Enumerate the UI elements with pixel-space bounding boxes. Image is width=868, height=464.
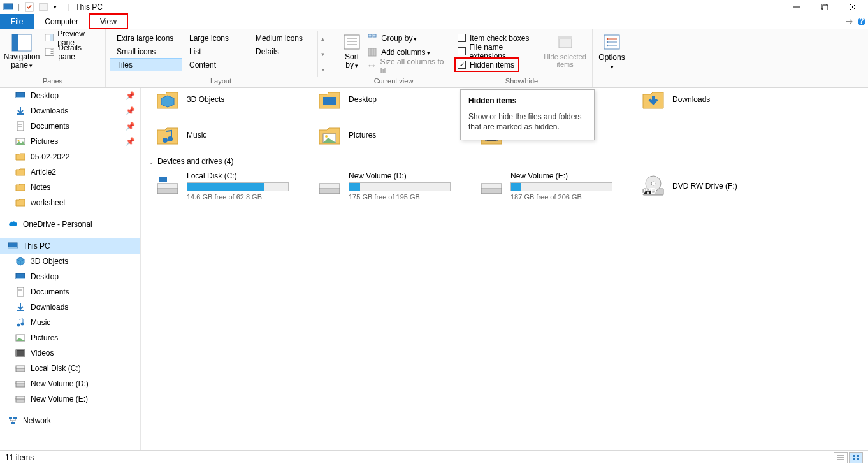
navigation-pane-button[interactable]: Navigation pane bbox=[4, 31, 40, 77]
nav-documents[interactable]: Documents📌 bbox=[0, 119, 140, 134]
navigation-pane[interactable]: Desktop📌 Downloads📌 Documents📌 Pictures📌… bbox=[0, 88, 141, 450]
nav-desktop-2[interactable]: Desktop bbox=[0, 269, 140, 284]
pin-icon: 📌 bbox=[126, 106, 135, 115]
view-details-toggle[interactable] bbox=[834, 452, 848, 463]
maximize-button[interactable] bbox=[811, 0, 839, 14]
svg-rect-64 bbox=[16, 97, 25, 98]
folder-tile-music[interactable]: Music bbox=[143, 117, 305, 153]
svg-rect-81 bbox=[16, 350, 25, 356]
system-icon[interactable] bbox=[3, 2, 13, 12]
ribbon-group-options: Options bbox=[593, 29, 631, 87]
drive-local-disk-c[interactable]: Local Disk (C:) 14.6 GB free of 62.8 GB bbox=[143, 168, 305, 204]
svg-text:DVD: DVD bbox=[640, 187, 656, 196]
layout-content[interactable]: Content bbox=[182, 58, 249, 71]
drive-name: New Volume (D:) bbox=[349, 171, 451, 180]
nav-folder-1[interactable]: 05-02-2022 bbox=[0, 149, 140, 164]
svg-rect-89 bbox=[16, 396, 25, 399]
devices-and-drives-header[interactable]: ⌄ Devices and drives (4) bbox=[143, 153, 865, 168]
drive-new-volume-d[interactable]: New Volume (D:) 175 GB free of 195 GB bbox=[305, 168, 467, 204]
nav-network[interactable]: Network bbox=[0, 413, 140, 428]
svg-rect-51 bbox=[368, 48, 376, 56]
nav-folder-3[interactable]: Notes bbox=[0, 180, 140, 195]
nav-new-volume-e[interactable]: New Volume (E:) bbox=[0, 391, 140, 407]
svg-point-94 bbox=[163, 138, 168, 143]
svg-rect-90 bbox=[9, 417, 12, 419]
layout-large-icons[interactable]: Large icons bbox=[182, 31, 249, 45]
layout-details[interactable]: Details bbox=[249, 45, 315, 58]
folder-tile-downloads[interactable]: Downloads bbox=[629, 88, 791, 117]
svg-point-79 bbox=[21, 323, 24, 326]
drive-free-text: 187 GB free of 206 GB bbox=[510, 193, 612, 201]
layout-scroll-down[interactable]: ▼ bbox=[321, 52, 326, 57]
svg-rect-55 bbox=[559, 36, 572, 39]
content-area[interactable]: 3D Objects Desktop Downloads Music Pictu… bbox=[141, 88, 868, 450]
svg-rect-120 bbox=[853, 458, 855, 460]
minimize-button[interactable] bbox=[783, 0, 811, 14]
nav-this-pc[interactable]: This PC bbox=[0, 238, 140, 254]
status-item-count: 11 items bbox=[5, 453, 34, 462]
svg-rect-121 bbox=[857, 458, 859, 460]
group-by-button[interactable]: Group by bbox=[365, 31, 447, 45]
ribbon-group-panes: Navigation pane Preview pane Details pan… bbox=[0, 29, 106, 87]
ribbon-group-label: Layout bbox=[110, 77, 332, 87]
minimize-ribbon-icon[interactable] bbox=[843, 14, 855, 29]
nav-pictures[interactable]: Pictures📌 bbox=[0, 134, 140, 149]
nav-pictures-2[interactable]: Pictures bbox=[0, 330, 140, 345]
sort-by-button[interactable]: Sort by bbox=[340, 31, 363, 77]
nav-desktop[interactable]: Desktop📌 bbox=[0, 88, 140, 103]
folder-tile-desktop[interactable]: Desktop bbox=[305, 88, 467, 117]
view-large-icons-toggle[interactable] bbox=[849, 452, 863, 463]
file-name-extensions[interactable]: File name extensions bbox=[455, 45, 542, 58]
svg-rect-12 bbox=[12, 34, 18, 51]
layout-tiles[interactable]: Tiles bbox=[110, 58, 182, 71]
nav-downloads-2[interactable]: Downloads bbox=[0, 300, 140, 315]
drive-new-volume-e[interactable]: New Volume (E:) 187 GB free of 206 GB bbox=[467, 168, 629, 204]
hide-selected-items-button: Hide selected items bbox=[542, 31, 588, 77]
ribbon-group-layout: Extra large icons Small icons Tiles Larg… bbox=[106, 29, 336, 87]
drive-usage-bar bbox=[187, 182, 289, 191]
nav-downloads[interactable]: Downloads📌 bbox=[0, 103, 140, 119]
nav-3d-objects[interactable]: 3D Objects bbox=[0, 254, 140, 269]
options-button[interactable]: Options bbox=[597, 31, 627, 77]
svg-rect-3 bbox=[40, 3, 47, 11]
layout-expand[interactable]: ▾ bbox=[322, 67, 324, 73]
details-pane-button[interactable]: Details pane bbox=[42, 45, 101, 59]
help-icon[interactable]: ? bbox=[855, 14, 868, 29]
ribbon-group-label: Show/hide bbox=[455, 77, 588, 87]
drive-dvd-rw-f[interactable]: DVD DVD RW Drive (F:) bbox=[629, 168, 791, 204]
nav-folder-2[interactable]: Article2 bbox=[0, 164, 140, 180]
layout-scroll-up[interactable]: ▲ bbox=[321, 36, 326, 42]
svg-point-95 bbox=[168, 136, 173, 141]
tab-file[interactable]: File bbox=[0, 14, 34, 29]
qat-customize-dropdown[interactable] bbox=[52, 2, 62, 12]
nav-documents-2[interactable]: Documents bbox=[0, 284, 140, 300]
drive-name: New Volume (E:) bbox=[510, 171, 612, 180]
svg-rect-72 bbox=[8, 247, 17, 249]
layout-list[interactable]: List bbox=[182, 45, 249, 58]
layout-medium-icons[interactable]: Medium icons bbox=[249, 31, 315, 45]
ribbon-group-label: Current view bbox=[340, 77, 447, 87]
drive-free-text: 14.6 GB free of 62.8 GB bbox=[187, 193, 289, 201]
pin-icon: 📌 bbox=[126, 137, 135, 146]
layout-small-icons[interactable]: Small icons bbox=[110, 45, 182, 58]
close-button[interactable] bbox=[839, 0, 867, 14]
ribbon-group-current-view: Sort by Group by Add columns Size all co… bbox=[336, 29, 451, 87]
nav-videos[interactable]: Videos bbox=[0, 345, 140, 361]
layout-extra-large-icons[interactable]: Extra large icons bbox=[110, 31, 182, 45]
status-bar: 11 items bbox=[0, 450, 868, 464]
nav-onedrive[interactable]: OneDrive - Personal bbox=[0, 217, 140, 232]
svg-rect-45 bbox=[344, 35, 359, 49]
folder-tile-3d-objects[interactable]: 3D Objects bbox=[143, 88, 305, 117]
svg-rect-103 bbox=[159, 177, 164, 182]
nav-folder-4[interactable]: worksheet bbox=[0, 195, 140, 210]
tab-computer[interactable]: Computer bbox=[34, 14, 89, 29]
tab-view[interactable]: View bbox=[89, 14, 127, 29]
nav-new-volume-d[interactable]: New Volume (D:) bbox=[0, 376, 140, 391]
folder-tile-pictures[interactable]: Pictures bbox=[305, 117, 467, 153]
hidden-items-checkbox[interactable]: ✓Hidden items bbox=[455, 58, 519, 71]
nav-music[interactable]: Music bbox=[0, 315, 140, 330]
qat-newfolder-icon[interactable] bbox=[38, 2, 48, 12]
title-bar: | | This PC bbox=[0, 0, 868, 14]
nav-local-disk-c[interactable]: Local Disk (C:) bbox=[0, 361, 140, 376]
qat-properties-icon[interactable] bbox=[24, 2, 34, 12]
